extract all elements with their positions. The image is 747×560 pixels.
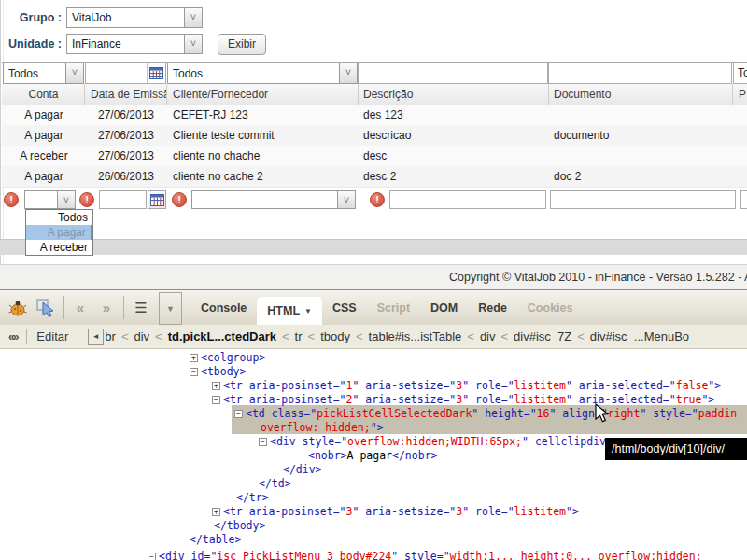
table-row[interactable]: A receber27/06/2013cliente no chachedesc [2, 146, 747, 167]
cell-data_emissao: 27/06/2013 [85, 146, 167, 166]
clipped-edit-input[interactable] [740, 190, 747, 209]
breadcrumb-item[interactable]: div#isc_...MenuBo [590, 329, 689, 343]
panel-caret-button[interactable]: ▼ [159, 292, 182, 325]
calendar-icon[interactable] [147, 63, 165, 83]
unidade-select[interactable]: InFinance ˅ [66, 34, 203, 54]
column-header[interactable]: Conta [3, 84, 85, 105]
data-filter-field[interactable] [85, 63, 166, 84]
cliente-filter-select[interactable]: Todos ˅ [167, 63, 358, 84]
inspect-element-icon[interactable] [34, 290, 58, 325]
chevron-down-icon[interactable]: ˅ [184, 35, 202, 53]
data-edit-input[interactable] [99, 190, 147, 209]
edit-button[interactable]: Editar [36, 329, 68, 343]
breadcrumb-item[interactable]: tbody [320, 329, 350, 343]
tree-line[interactable]: </td> [0, 477, 747, 491]
syntax-token: width:1... height:0... overflow:hidden; [450, 550, 702, 560]
descricao-filter-input[interactable] [358, 63, 548, 84]
syntax-token: overflow:hidden;WIDTH:65px; [347, 435, 522, 448]
dropdown-item[interactable]: Todos [26, 210, 92, 225]
last-filter-select[interactable]: Todos [733, 63, 747, 84]
breadcrumb-item[interactable]: div [480, 329, 496, 343]
grupo-select[interactable]: VitalJob ˅ [66, 7, 203, 28]
tab-label: HTML [267, 304, 300, 317]
collapse-icon[interactable]: − [148, 553, 156, 560]
syntax-token: 3 [346, 505, 353, 518]
tree-line[interactable]: +<colgroup> [0, 351, 747, 365]
toolbar-separator [63, 296, 64, 319]
chevron-down-icon[interactable]: ˅ [57, 191, 75, 208]
forward-icon[interactable]: » [95, 290, 118, 325]
tree-line[interactable]: −<div id="isc_PickListMenu_3_body#224" s… [0, 550, 747, 560]
back-icon[interactable]: « [69, 290, 92, 325]
tree-line[interactable]: −<tbody> [0, 365, 747, 379]
calendar-icon[interactable] [148, 190, 166, 209]
column-header[interactable]: Descrição [358, 84, 549, 105]
syntax-token: A pagar [347, 449, 392, 462]
tree-line[interactable]: </div> [0, 463, 747, 477]
chevron-down-icon[interactable]: ˅ [337, 191, 355, 208]
cell-conta: A pagar [3, 125, 85, 146]
dropdown-item[interactable]: A pagar [26, 225, 92, 240]
table-row[interactable]: A pagar27/06/2013CEFET-RJ 123des 123 [2, 105, 747, 126]
conta-filter-select[interactable]: Todos ˅ [3, 63, 84, 84]
tab-rede[interactable]: Rede [468, 290, 517, 325]
tree-line[interactable]: </tr> [0, 491, 747, 505]
syntax-token: listitem [514, 393, 566, 406]
conta-edit-select[interactable]: ˅ [24, 190, 76, 209]
tree-line[interactable]: overflow: hidden;"> [0, 421, 747, 435]
syntax-token: <div style=" [270, 435, 347, 448]
column-header[interactable]: Documento [548, 84, 733, 105]
expand-icon[interactable]: + [212, 508, 220, 516]
expand-icon[interactable]: + [212, 382, 220, 390]
cell-descricao: des 123 [358, 105, 549, 125]
breadcrumb-item[interactable]: td.pickL...ctedDark [168, 329, 276, 343]
cliente-edit-select[interactable]: ˅ [191, 190, 356, 209]
chevron-down-icon[interactable]: ˅ [339, 63, 357, 83]
tab-dom[interactable]: DOM [420, 290, 468, 325]
column-header[interactable]: P [733, 84, 747, 105]
syntax-token: false [676, 379, 709, 392]
side-panels-icon[interactable]: «» [8, 330, 17, 343]
tree-line[interactable]: −<td class="pickListCellSelectedDark" he… [0, 407, 747, 421]
tab-label: CSS [332, 301, 357, 315]
chevron-down-icon[interactable]: ˅ [184, 8, 202, 27]
syntax-token: "> [371, 421, 384, 434]
collapse-icon[interactable]: − [234, 410, 243, 418]
firebug-logo-icon[interactable] [6, 290, 30, 325]
collapse-icon[interactable]: − [190, 368, 198, 376]
documento-filter-input[interactable] [548, 63, 732, 84]
syntax-token: </tr> [236, 491, 269, 504]
chevron-down-icon[interactable]: ˅ [65, 63, 83, 83]
breadcrumb-item[interactable]: table#is...istTable [369, 329, 462, 343]
breadcrumb-scroll-button[interactable]: ◄ [88, 329, 104, 345]
tab-html[interactable]: HTML▼ [257, 297, 322, 325]
descricao-edit-input[interactable] [389, 190, 546, 209]
table-row[interactable]: A pagar26/06/2013cliente no cache 2desc … [2, 166, 747, 188]
syntax-token: pickListCellSelectedDark [317, 407, 472, 420]
breadcrumb-item[interactable]: br [105, 329, 116, 343]
tree-line[interactable]: </table> [0, 533, 747, 547]
breadcrumb-item[interactable]: div [134, 329, 149, 343]
tree-line[interactable]: +<tr aria-posinset="1" aria-setsize="3" … [0, 379, 747, 393]
tree-line[interactable]: +<tr aria-posinset="3" aria-setsize="3" … [0, 505, 747, 519]
dropdown-item[interactable]: A receber [26, 240, 92, 255]
documento-edit-input[interactable] [550, 190, 736, 209]
table-row[interactable]: A pagar27/06/2013Cliente teste commitdes… [2, 125, 747, 147]
tab-css[interactable]: CSS [322, 290, 367, 325]
collapse-icon[interactable]: − [212, 396, 220, 404]
tree-line[interactable]: </tbody> [0, 519, 747, 533]
expand-icon[interactable]: + [190, 354, 198, 362]
syntax-token: "> [566, 505, 579, 518]
tree-line[interactable]: −<tr aria-posinset="2" aria-setsize="3" … [0, 393, 747, 407]
panel-list-icon[interactable]: ☰ [129, 290, 153, 325]
breadcrumb-separator: < [282, 329, 289, 343]
tab-console[interactable]: Console [190, 290, 257, 325]
breadcrumb-item[interactable]: div#isc_7Z [514, 329, 571, 343]
breadcrumb-item[interactable]: tr [295, 329, 303, 343]
column-header[interactable]: Cliente/Fornecedor [167, 84, 359, 105]
collapse-icon[interactable]: − [259, 438, 267, 446]
column-header[interactable]: Data de Emissão [85, 84, 167, 105]
error-icon: ! [172, 192, 187, 207]
exibir-button[interactable]: Exibir [218, 34, 266, 55]
syntax-token: " aria-selected=" [566, 379, 676, 392]
